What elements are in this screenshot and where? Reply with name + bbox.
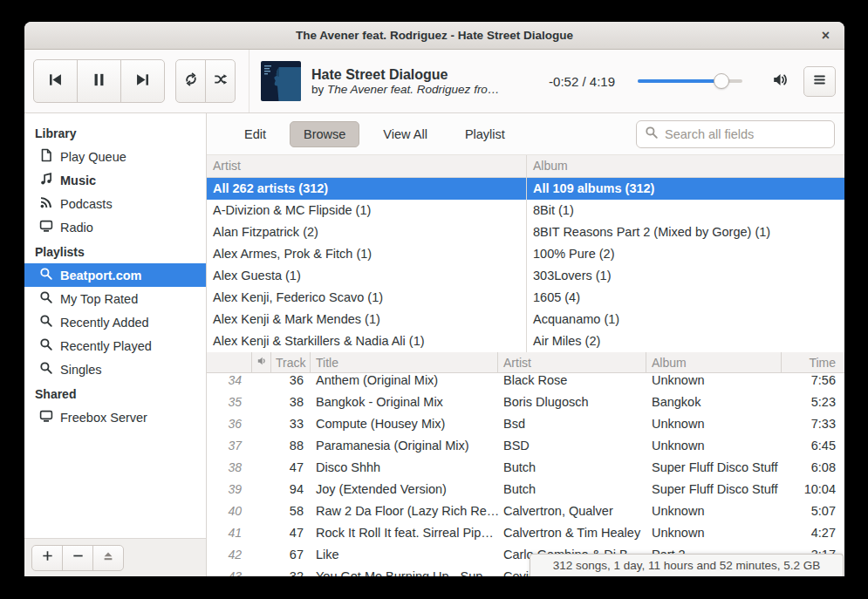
track-number: 32 <box>271 566 311 576</box>
album-column-header[interactable]: Album <box>646 352 782 372</box>
artist-row[interactable]: Alex Armes, Prok & Fitch (1) <box>207 243 526 265</box>
previous-button[interactable] <box>33 59 78 103</box>
track-album: Bangkok <box>646 391 782 413</box>
app-menu-button[interactable] <box>803 66 836 97</box>
artist-row[interactable]: Alex Kenji, Federico Scavo (1) <box>207 287 526 309</box>
row-number: 40 <box>207 500 252 522</box>
browse-button[interactable]: Browse <box>290 121 359 147</box>
track-time: 7:33 <box>782 413 844 435</box>
sidebar-item-podcasts[interactable]: Podcasts <box>24 192 206 215</box>
speaker-icon <box>770 71 789 92</box>
playlist-action-bar <box>24 538 206 576</box>
sidebar-section-shared: Shared <box>24 381 206 405</box>
status-text: 312 songs, 1 day, 11 hours and 52 minute… <box>553 559 820 572</box>
track-title: Bangkok - Original Mix <box>311 391 498 413</box>
album-art <box>261 61 301 101</box>
volume-button[interactable] <box>770 71 789 92</box>
track-row[interactable]: 35 38 Bangkok - Original Mix Boris Dlugo… <box>207 391 844 413</box>
search-box[interactable] <box>636 120 835 148</box>
playback-button-group <box>33 59 165 103</box>
artist-row[interactable]: A-Divizion & MC Flipside (1) <box>207 200 526 221</box>
sidebar-item-recently-played[interactable]: Recently Played <box>24 334 206 357</box>
add-playlist-button[interactable] <box>31 545 63 571</box>
album-row[interactable]: 8BIT Reasons Part 2 (Mixed by Gorge) (1) <box>527 221 844 243</box>
row-number: 38 <box>207 457 252 479</box>
repeat-button[interactable] <box>175 59 206 103</box>
track-time: 10:04 <box>782 479 844 500</box>
track-album: Super Fluff Disco Stuff <box>646 457 782 479</box>
album-list: All 109 albums (312)8Bit (1)8BIT Reasons… <box>527 178 844 352</box>
track-row[interactable]: 39 94 Joy (Extended Version) Butch Super… <box>207 479 844 500</box>
album-row[interactable]: 100% Pure (2) <box>527 243 844 265</box>
playing-column-header[interactable] <box>252 352 271 372</box>
artist-row[interactable]: Alex Kenji & Mark Mendes (1) <box>207 309 526 330</box>
playlist-button[interactable]: Playlist <box>451 121 519 147</box>
shuffle-button[interactable] <box>205 59 236 103</box>
sidebar-item-label: Recently Played <box>60 339 152 353</box>
search-icon <box>39 337 53 354</box>
track-row[interactable]: 37 88 Paramanesia (Original Mix) BSD Unk… <box>207 435 844 457</box>
artist-row[interactable]: Alan Fitzpatrick (2) <box>207 221 526 243</box>
track-album: Unknown <box>646 522 782 544</box>
track-row[interactable]: 40 58 Raw 2 Da Floor (Lazy Rich Re… Calv… <box>207 500 844 522</box>
sidebar-item-beatport[interactable]: Beatport.com <box>24 263 206 287</box>
row-number-column-header[interactable] <box>207 352 252 372</box>
pause-button[interactable] <box>77 59 121 103</box>
edit-button[interactable]: Edit <box>230 121 280 147</box>
row-number: 43 <box>207 566 252 576</box>
view-all-button[interactable]: View All <box>369 121 441 147</box>
track-title: Raw 2 Da Floor (Lazy Rich Re… <box>311 500 498 522</box>
sidebar-item-play-queue[interactable]: Play Queue <box>24 145 206 168</box>
sidebar-item-singles[interactable]: Singles <box>24 357 206 381</box>
album-row[interactable]: Acquanamo (1) <box>527 309 844 330</box>
now-playing-info: Hate Street Dialogue by The Avener feat.… <box>311 67 499 96</box>
now-playing-title: Hate Street Dialogue <box>311 67 499 83</box>
track-title: You Got Me Burning Up - Sup… <box>311 566 498 576</box>
track-row[interactable]: 41 47 Rock It Roll It feat. Sirreal Pip…… <box>207 522 844 544</box>
track-artist: Calvertron & Tim Healey <box>498 522 646 544</box>
title-column-header[interactable]: Title <box>311 352 498 372</box>
artist-column-header[interactable]: Artist <box>498 352 646 372</box>
album-row[interactable]: 303Lovers (1) <box>527 265 844 287</box>
track-row[interactable]: 36 33 Compute (Housey Mix) Bsd Unknown 7… <box>207 413 844 435</box>
album-browser-column: Album All 109 albums (312)8Bit (1)8BIT R… <box>527 155 844 352</box>
album-row[interactable]: 1605 (4) <box>527 287 844 309</box>
seek-slider[interactable] <box>638 79 742 83</box>
time-column-header[interactable]: Time <box>782 352 844 372</box>
track-row[interactable]: 34 36 Anthem (Original Mix) Black Rose U… <box>207 373 844 391</box>
playback-mode-group <box>175 59 236 103</box>
album-row[interactable]: 8Bit (1) <box>527 200 844 221</box>
track-album: Unknown <box>646 373 782 391</box>
row-number: 39 <box>207 479 252 500</box>
track-number: 94 <box>271 479 311 500</box>
eject-button[interactable] <box>92 545 124 571</box>
artist-row[interactable]: Alex Guesta (1) <box>207 265 526 287</box>
artist-row[interactable]: Alex Kenji & Starkillers & Nadia Ali (1) <box>207 330 526 352</box>
sidebar-item-my-top-rated[interactable]: My Top Rated <box>24 287 206 310</box>
sidebar-item-freebox-server[interactable]: Freebox Server <box>24 405 206 429</box>
search-input[interactable] <box>665 127 826 141</box>
sidebar-section-playlists: Playlists <box>24 239 206 263</box>
track-title: Compute (Housey Mix) <box>311 413 498 435</box>
artist-row[interactable]: All 262 artists (312) <box>207 178 526 200</box>
artist-list: All 262 artists (312)A-Divizion & MC Fli… <box>207 178 526 352</box>
sidebar-item-label: Radio <box>60 221 93 235</box>
track-row[interactable]: 38 47 Disco Shhh Butch Super Fluff Disco… <box>207 457 844 479</box>
sidebar-item-radio[interactable]: Radio <box>24 215 206 239</box>
track-album: Unknown <box>646 435 782 457</box>
track-column-header[interactable]: Track <box>271 352 311 372</box>
sidebar-item-music[interactable]: Music <box>24 168 206 192</box>
track-artist: Butch <box>498 479 646 500</box>
next-button[interactable] <box>120 59 165 103</box>
close-icon[interactable]: × <box>818 27 833 44</box>
remove-playlist-button[interactable] <box>62 545 93 571</box>
sidebar-item-label: Freebox Server <box>60 411 147 425</box>
album-row[interactable]: Air Miles (2) <box>527 330 844 352</box>
track-time: 7:56 <box>782 373 844 391</box>
track-table: Track Title Artist Album Time 34 36 <box>207 352 844 576</box>
album-row[interactable]: All 109 albums (312) <box>527 178 844 200</box>
track-number: 67 <box>271 544 311 566</box>
sidebar-item-recently-added[interactable]: Recently Added <box>24 310 206 334</box>
track-time: 5:23 <box>782 391 844 413</box>
seek-slider-handle[interactable] <box>714 73 729 89</box>
